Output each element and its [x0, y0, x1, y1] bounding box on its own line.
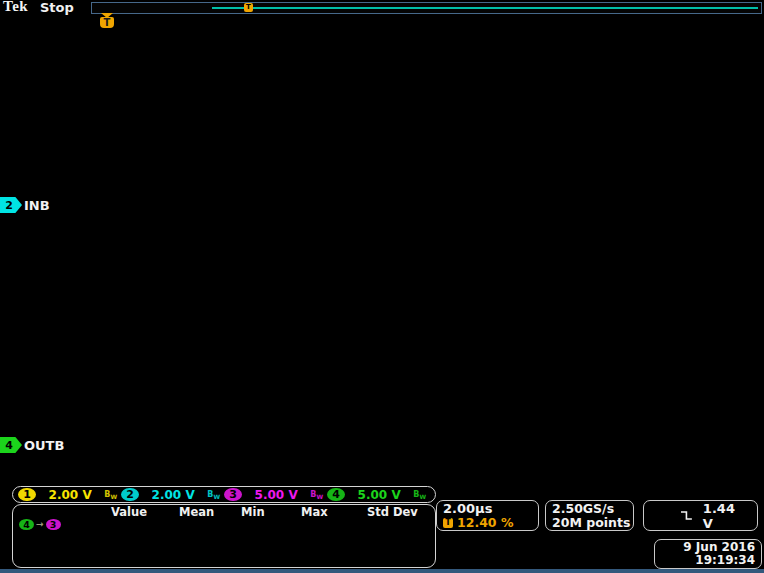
- channel-4-marker[interactable]: 4OUTB: [0, 437, 64, 453]
- trigger-source-badge: 1: [652, 509, 670, 522]
- trigger-position-flag[interactable]: T: [99, 13, 115, 29]
- channel-2-readout-badge: 2: [121, 488, 139, 501]
- falling-edge-icon: [680, 510, 693, 521]
- bandwidth-limit-icon: BW: [310, 490, 323, 500]
- channel-2-scale: 2.00 V: [139, 488, 207, 502]
- acquisition-box[interactable]: 2.50GS/s 20M points: [545, 500, 634, 531]
- meas-col-header: Value: [111, 505, 179, 519]
- trigger-level: 1.44 V: [703, 501, 749, 531]
- meas-col-header: Std Dev: [367, 505, 431, 519]
- measurement-table: ValueMeanMinMaxStd Dev4→3: [12, 504, 436, 568]
- horizontal-settings-box[interactable]: 2.00µs T 12.40 %: [436, 500, 539, 531]
- channel-4-badge: 4: [19, 519, 34, 530]
- tek-logo: Tek: [3, 0, 28, 15]
- bandwidth-limit-icon: BW: [104, 490, 117, 500]
- channel-1-scale: 2.00 V: [36, 488, 104, 502]
- channel-2-marker[interactable]: 2INB: [0, 197, 50, 213]
- sample-rate: 2.50GS/s: [552, 502, 627, 516]
- channel-3-badge: 3: [46, 519, 61, 530]
- channel-4-readout[interactable]: 45.00 VBW: [327, 488, 430, 502]
- channel-2-badge: 2: [0, 197, 22, 213]
- arrow-icon: →: [36, 520, 44, 529]
- meas-row-label[interactable]: 4→3: [19, 519, 111, 530]
- channel-2-label: INB: [24, 198, 50, 213]
- bandwidth-limit-icon: BW: [207, 490, 220, 500]
- channel-4-badge: 4: [0, 437, 22, 453]
- time-label: 19:19:34: [661, 554, 755, 567]
- trigger-position-percent: 12.40 %: [457, 516, 513, 529]
- channel-4-label: OUTB: [24, 438, 64, 453]
- channel-4-readout-badge: 4: [327, 488, 345, 501]
- channel-3-readout[interactable]: 35.00 VBW: [224, 488, 327, 502]
- datetime-box: 9 Jun 2016 19:19:34: [654, 539, 762, 569]
- meas-col-header: Mean: [179, 505, 241, 519]
- horizontal-scale: 2.00µs: [443, 502, 532, 516]
- channel-1-readout-badge: 1: [18, 488, 36, 501]
- channel-readout-bar: 12.00 VBW22.00 VBW35.00 VBW45.00 VBW: [12, 486, 436, 503]
- bandwidth-limit-icon: BW: [413, 490, 426, 500]
- trigger-position-icon: T: [443, 518, 453, 528]
- oscilloscope-screen: Tek Stop T T 2INB4OUTB 12.00 VBW22.00 VB…: [0, 0, 764, 573]
- trigger-flag-t-icon: T: [100, 17, 114, 28]
- bottom-edge-strip: [0, 569, 764, 573]
- channel-3-scale: 5.00 V: [242, 488, 310, 502]
- channel-4-scale: 5.00 V: [345, 488, 413, 502]
- channel-2-readout[interactable]: 22.00 VBW: [121, 488, 224, 502]
- meas-col-header: Min: [241, 505, 301, 519]
- meas-col-header: Max: [301, 505, 367, 519]
- acquisition-status: Stop: [40, 0, 74, 15]
- channel-3-readout-badge: 3: [224, 488, 242, 501]
- record-trigger-marker[interactable]: T: [244, 3, 253, 12]
- record-length: 20M points: [552, 516, 627, 530]
- channel-1-readout[interactable]: 12.00 VBW: [18, 488, 121, 502]
- trigger-box[interactable]: 1 1.44 V: [643, 500, 758, 531]
- record-view-bar[interactable]: T: [91, 2, 762, 14]
- record-waveform-line: [212, 7, 758, 9]
